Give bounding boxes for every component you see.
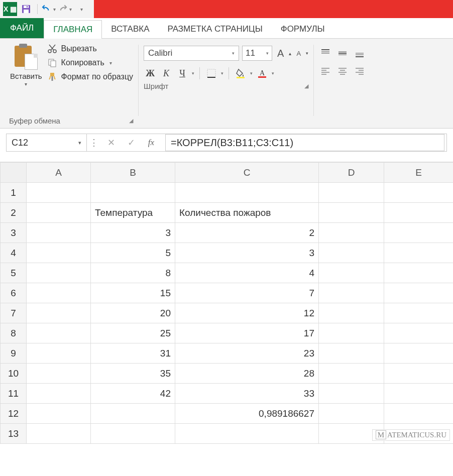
col-header[interactable]: D xyxy=(319,163,384,183)
cell[interactable] xyxy=(91,404,175,424)
cell[interactable]: 0,989186627 xyxy=(175,404,319,424)
cell[interactable] xyxy=(91,424,175,444)
cell[interactable] xyxy=(319,323,384,343)
cell[interactable]: Температура xyxy=(91,203,175,223)
cell[interactable]: 28 xyxy=(175,364,319,384)
cell[interactable]: 15 xyxy=(91,283,175,303)
cell[interactable] xyxy=(319,243,384,263)
cell[interactable] xyxy=(384,263,454,283)
enter-formula-button[interactable]: ✓ xyxy=(121,137,141,148)
row-header[interactable]: 3 xyxy=(1,223,27,243)
cell[interactable] xyxy=(27,343,91,364)
cell[interactable] xyxy=(319,384,384,404)
cell[interactable] xyxy=(27,303,91,323)
cell[interactable]: 20 xyxy=(91,303,175,323)
row-header[interactable]: 9 xyxy=(1,343,27,364)
cell[interactable] xyxy=(91,183,175,203)
cell[interactable]: 23 xyxy=(175,343,319,364)
cell[interactable] xyxy=(384,343,454,364)
align-center-button[interactable] xyxy=(336,65,349,78)
cell[interactable] xyxy=(384,323,454,343)
cell[interactable] xyxy=(319,263,384,283)
cell[interactable] xyxy=(175,183,319,203)
align-top-button[interactable] xyxy=(319,47,332,60)
cell[interactable] xyxy=(319,183,384,203)
format-painter-button[interactable]: Формат по образцу xyxy=(47,72,133,82)
undo-button[interactable]: ▾ xyxy=(42,2,56,16)
cell[interactable] xyxy=(27,283,91,303)
name-box[interactable]: C12 ▾ xyxy=(7,134,87,151)
cell[interactable] xyxy=(27,323,91,343)
cell[interactable]: 25 xyxy=(91,323,175,343)
insert-function-button[interactable]: fx xyxy=(141,138,161,148)
row-header[interactable]: 1 xyxy=(1,183,27,203)
spreadsheet-grid[interactable]: A B C D E 12ТемператураКоличества пожаро… xyxy=(0,162,453,444)
align-middle-button[interactable] xyxy=(336,47,349,60)
align-bottom-button[interactable] xyxy=(353,47,366,60)
cell[interactable] xyxy=(27,364,91,384)
cell[interactable] xyxy=(319,343,384,364)
italic-button[interactable]: К xyxy=(160,67,173,80)
cell[interactable] xyxy=(384,183,454,203)
cell[interactable]: 7 xyxy=(175,283,319,303)
paste-button[interactable]: Вставить ▾ xyxy=(9,42,43,88)
cancel-formula-button[interactable]: ✕ xyxy=(101,137,121,148)
cell[interactable] xyxy=(27,183,91,203)
shrink-font-button[interactable]: A xyxy=(294,50,303,57)
qat-customize[interactable]: ▾ xyxy=(74,2,88,16)
col-header[interactable]: B xyxy=(91,163,175,183)
dialog-launcher-icon[interactable]: ◢ xyxy=(129,117,133,124)
align-right-button[interactable] xyxy=(353,65,366,78)
cell[interactable] xyxy=(175,424,319,444)
align-left-button[interactable] xyxy=(319,65,332,78)
cell[interactable] xyxy=(319,303,384,323)
tab-file[interactable]: ФАЙЛ xyxy=(0,18,44,38)
cell[interactable] xyxy=(27,223,91,243)
cell[interactable] xyxy=(384,243,454,263)
row-header[interactable]: 10 xyxy=(1,364,27,384)
cell[interactable] xyxy=(384,404,454,424)
copy-button[interactable]: Копировать ▾ xyxy=(47,58,133,68)
fill-color-button[interactable] xyxy=(234,67,247,80)
row-header[interactable]: 11 xyxy=(1,384,27,404)
row-header[interactable]: 13 xyxy=(1,424,27,444)
cell[interactable] xyxy=(27,424,91,444)
font-color-button[interactable]: A xyxy=(256,67,269,80)
redo-button[interactable]: ▾ xyxy=(58,2,72,16)
formula-input[interactable]: =КОРРЕЛ(B3:B11;C3:C11) xyxy=(165,134,444,151)
col-header[interactable]: E xyxy=(384,163,454,183)
row-header[interactable]: 5 xyxy=(1,263,27,283)
formula-bar-handle[interactable]: ⋮ xyxy=(87,137,101,148)
row-header[interactable]: 12 xyxy=(1,404,27,424)
grow-font-button[interactable]: A xyxy=(275,48,286,59)
tab-formulas[interactable]: ФОРМУЛЫ xyxy=(272,20,334,38)
cell[interactable] xyxy=(27,404,91,424)
cell[interactable] xyxy=(319,364,384,384)
cell[interactable] xyxy=(319,223,384,243)
col-header[interactable]: C xyxy=(175,163,319,183)
cell[interactable]: 42 xyxy=(91,384,175,404)
save-button[interactable] xyxy=(19,2,33,16)
cell[interactable]: 12 xyxy=(175,303,319,323)
border-button[interactable] xyxy=(205,67,218,80)
cell[interactable] xyxy=(384,223,454,243)
bold-button[interactable]: Ж xyxy=(144,67,157,80)
cell[interactable]: 17 xyxy=(175,323,319,343)
cell[interactable] xyxy=(27,263,91,283)
cell[interactable]: 8 xyxy=(91,263,175,283)
cell[interactable] xyxy=(27,243,91,263)
tab-home[interactable]: ГЛАВНАЯ xyxy=(44,20,102,39)
underline-button[interactable]: Ч xyxy=(176,67,189,80)
select-all-corner[interactable] xyxy=(1,163,27,183)
cell[interactable]: 3 xyxy=(175,243,319,263)
cell[interactable] xyxy=(384,203,454,223)
cell[interactable] xyxy=(384,364,454,384)
cell[interactable] xyxy=(384,384,454,404)
cut-button[interactable]: Вырезать xyxy=(47,44,133,54)
cell[interactable] xyxy=(27,384,91,404)
cell[interactable]: Количества пожаров xyxy=(175,203,319,223)
font-name-select[interactable]: Calibri ▾ xyxy=(144,46,239,61)
row-header[interactable]: 2 xyxy=(1,203,27,223)
col-header[interactable]: A xyxy=(27,163,91,183)
cell[interactable] xyxy=(384,283,454,303)
